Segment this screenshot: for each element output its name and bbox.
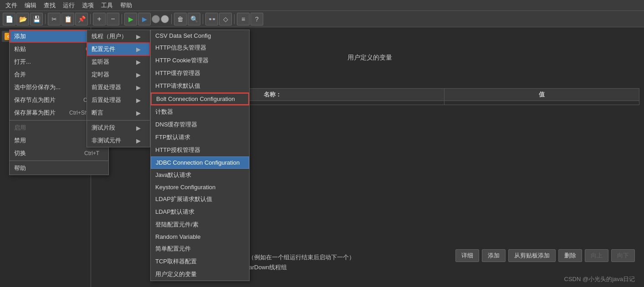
menu-ftp-defaults[interactable]: FTP默认请求	[151, 131, 249, 144]
menu-dns-cache[interactable]: DNS缓存管理器	[151, 118, 249, 131]
clear-btn[interactable]: 🗑	[174, 13, 187, 25]
menu-item-toggle[interactable]: 切换 Ctrl+T	[10, 147, 108, 160]
menu-non-test-label: 非测试元件	[92, 136, 121, 145]
login-config-label: 登陆配置元件/素	[155, 221, 199, 229]
search-btn-toolbar[interactable]: 🔍	[188, 13, 200, 25]
list-btn[interactable]: ≡	[237, 13, 250, 25]
separator-2	[90, 14, 91, 24]
menu-post-processor[interactable]: 后置处理器 ▶	[87, 94, 150, 106]
watermark: CSDN @小光头的java日记	[564, 275, 635, 283]
menu-keystore[interactable]: Keystore Configuration	[151, 181, 249, 193]
random-variable-label: Random Variable	[155, 233, 200, 240]
menu-user-defined-vars[interactable]: 用户定义的变量	[151, 268, 249, 281]
help-btn-toolbar[interactable]: ?	[250, 13, 263, 25]
add-btn-toolbar[interactable]: +	[93, 13, 106, 25]
http-defaults-label: HTTP请求默认值	[155, 82, 200, 90]
menu-test-fragment[interactable]: 测试片段 ▶	[87, 121, 150, 134]
paste-btn[interactable]: 📌	[75, 13, 88, 25]
menu-timer-label: 定时器	[92, 70, 109, 79]
separator-5	[203, 14, 203, 24]
copy-btn[interactable]: 📋	[61, 13, 74, 25]
menu-http-defaults[interactable]: HTTP请求默认值	[151, 80, 249, 92]
menu-help-label: 帮助	[14, 164, 26, 172]
remove-btn-toolbar[interactable]: −	[107, 13, 119, 25]
menu-jdbc-connection[interactable]: JDBC Connection Configuration	[151, 156, 249, 169]
menu-tools[interactable]: 工具	[97, 0, 117, 10]
glasses-btn[interactable]: 👓	[205, 13, 218, 25]
menu-random-variable[interactable]: Random Variable	[151, 231, 249, 242]
menu-help[interactable]: 帮助	[117, 0, 136, 10]
menu-pre-processor[interactable]: 前置处理器 ▶	[87, 81, 150, 94]
tcp-sampler-label: TCP取样器配置	[155, 257, 197, 266]
menu-http-header[interactable]: HTTP信息头管理器	[151, 41, 249, 54]
menu-login-config[interactable]: 登陆配置元件/素	[151, 218, 249, 231]
startno-btn[interactable]: ▶	[138, 13, 151, 25]
diamond-btn[interactable]: ◇	[219, 13, 232, 25]
fragment-arrow-icon: ▶	[136, 125, 141, 131]
menu-config-element[interactable]: 配置元件 ▶	[87, 43, 150, 55]
stop-btn[interactable]	[152, 15, 160, 23]
toggle-shortcut: Ctrl+T	[84, 150, 99, 156]
separator-1	[45, 14, 46, 24]
separator-6	[234, 14, 235, 24]
sep-level2	[87, 120, 150, 121]
java-defaults-label: Java默认请求	[155, 171, 191, 179]
menu-java-defaults[interactable]: Java默认请求	[151, 169, 249, 181]
col-value: 值	[445, 89, 639, 101]
menu-file[interactable]: 文件	[2, 0, 21, 10]
checkbox-independent[interactable]: 独立运行每个线程组（例如在一个组运行结束后启动下一个）	[187, 253, 639, 262]
menu-http-cookie[interactable]: HTTP Cookie管理器	[151, 54, 249, 67]
shutdown-btn[interactable]	[161, 15, 169, 23]
menu-non-test[interactable]: 非测试元件 ▶	[87, 134, 150, 147]
menu-pre-processor-label: 前置处理器	[92, 83, 121, 91]
http-auth-label: HTTP授权管理器	[155, 146, 200, 154]
menu-thread-label: 线程（用户）	[92, 32, 127, 40]
menu-merge-label: 合并	[14, 70, 26, 79]
user-defined-vars-label: 用户定义的变量	[155, 270, 197, 278]
menu-csv-data-set[interactable]: CSV Data Set Config	[151, 30, 249, 41]
post-arrow-icon: ▶	[136, 97, 141, 104]
user-variables-title: 用户定义的变量	[348, 54, 392, 62]
menu-options[interactable]: 选项	[78, 0, 97, 10]
menu-test-fragment-label: 测试片段	[92, 124, 115, 132]
menu-listener[interactable]: 监听器 ▶	[87, 55, 150, 68]
menu-counter[interactable]: 计数器	[151, 106, 249, 118]
save-btn[interactable]: 💾	[30, 13, 43, 25]
menu-simple-config[interactable]: 简单配置元件	[151, 242, 249, 255]
menu-post-processor-label: 后置处理器	[92, 96, 121, 104]
menu-http-cache[interactable]: HTTP缓存管理器	[151, 67, 249, 80]
menu-timer[interactable]: 定时器 ▶	[87, 68, 150, 81]
menu-item-help[interactable]: 帮助	[10, 162, 108, 175]
open-btn[interactable]: 📂	[16, 13, 29, 25]
context-menu-level2: 线程（用户） ▶ 配置元件 ▶ 监听器 ▶ 定时器 ▶ 前置处理器 ▶ 后置处理…	[87, 30, 150, 147]
csv-label: CSV Data Set Config	[155, 32, 211, 39]
checkbox-teardown[interactable]: 主线程结束后运行 tearDown线程组	[187, 263, 639, 272]
menu-paste-label: 粘贴	[14, 45, 26, 53]
ftp-defaults-label: FTP默认请求	[155, 133, 190, 141]
counter-label: 计数器	[155, 108, 173, 116]
new-btn[interactable]: 📄	[3, 13, 15, 25]
ldap-defaults-label: LDAP默认请求	[155, 208, 194, 216]
menu-find[interactable]: 查找	[40, 0, 59, 10]
menu-edit[interactable]: 编辑	[21, 0, 40, 10]
menu-assertion[interactable]: 断言 ▶	[87, 106, 150, 119]
menu-ldap-defaults[interactable]: LDAP默认请求	[151, 206, 249, 218]
non-test-arrow-icon: ▶	[136, 137, 141, 144]
menu-thread[interactable]: 线程（用户） ▶	[87, 30, 150, 43]
menu-http-auth[interactable]: HTTP授权管理器	[151, 144, 249, 156]
menu-assertion-label: 断言	[92, 109, 103, 117]
start-btn[interactable]: ▶	[124, 13, 137, 25]
listener-arrow-icon: ▶	[136, 59, 141, 65]
menu-bolt-connection[interactable]: Bolt Connection Configuration	[151, 92, 249, 106]
cut-btn[interactable]: ✂	[48, 13, 61, 25]
top-menubar: 文件 编辑 查找 运行 选项 工具 帮助	[0, 0, 644, 11]
menu-ldap-ext[interactable]: LDAP扩展请求默认值	[151, 193, 249, 206]
jdbc-connection-label: JDBC Connection Configuration	[156, 159, 240, 166]
menu-run[interactable]: 运行	[59, 0, 78, 10]
menu-toggle-label: 切换	[14, 149, 26, 157]
menu-tcp-sampler[interactable]: TCP取样器配置	[151, 255, 249, 268]
menu-save-screen-label: 保存屏幕为图片	[14, 109, 56, 117]
menu-save-selected-label: 选中部分保存为...	[14, 83, 61, 91]
menu-save-node-label: 保存节点为图片	[14, 96, 56, 104]
toolbar: 📄 📂 💾 ✂ 📋 📌 + − ▶ ▶ 🗑 🔍 👓 ◇ ≡ ?	[0, 11, 644, 27]
